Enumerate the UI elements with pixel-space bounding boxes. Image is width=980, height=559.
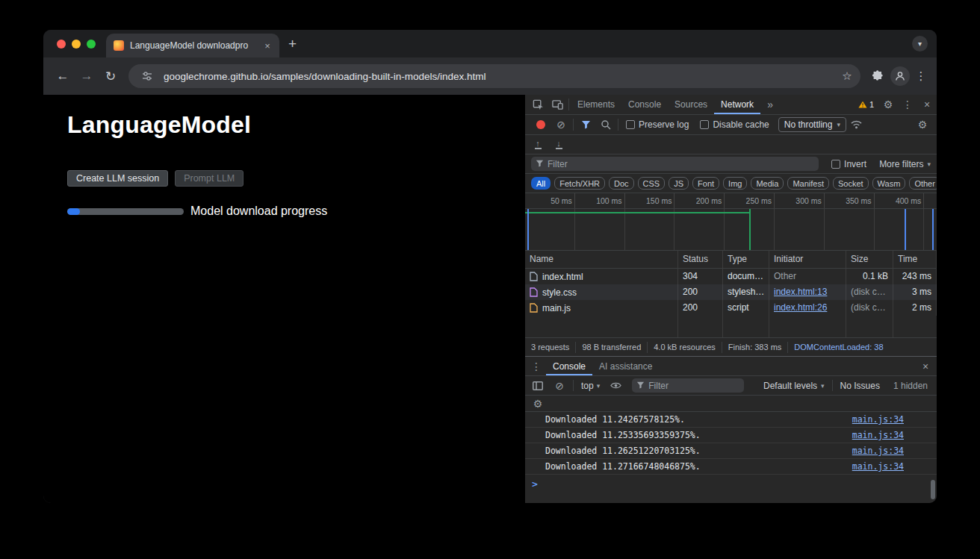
network-filter-field[interactable] (531, 157, 819, 171)
initiator-link[interactable]: index.html:13 (774, 287, 827, 297)
network-settings-icon[interactable]: ⚙ (913, 115, 932, 134)
device-toolbar-icon[interactable] (548, 95, 567, 114)
chip-wasm[interactable]: Wasm (872, 177, 906, 190)
network-request-row[interactable]: index.html 304 docum… Other 0.1 kB 243 m… (525, 269, 937, 284)
chip-css[interactable]: CSS (638, 177, 666, 190)
chip-all[interactable]: All (531, 177, 551, 190)
source-link[interactable]: main.js:34 (852, 430, 904, 440)
eye-icon[interactable] (606, 376, 625, 395)
warning-badge[interactable]: 1 (854, 100, 878, 109)
timeline-overview[interactable] (525, 209, 937, 250)
finish-time: Finish: 383 ms (722, 342, 789, 353)
progress-fill (67, 208, 80, 215)
profile-avatar-icon[interactable] (890, 66, 910, 86)
browser-menu-icon[interactable]: ⋮ (913, 69, 929, 83)
context-selector[interactable]: top ▾ (577, 381, 604, 391)
network-conditions-icon[interactable] (847, 115, 866, 134)
prompt-llm-button[interactable]: Prompt LLM (175, 170, 244, 187)
network-request-row[interactable]: main.js 200 script index.html:26 (disk c… (525, 300, 937, 316)
source-link[interactable]: main.js:34 (852, 461, 904, 472)
more-tabs-icon[interactable]: » (760, 95, 780, 114)
extensions-icon[interactable] (868, 66, 887, 86)
console-filter-input[interactable] (648, 381, 739, 391)
console-sidebar-icon[interactable] (528, 376, 548, 395)
import-har-icon[interactable]: ↑ (531, 140, 545, 149)
refresh-button[interactable]: ↻ (100, 66, 121, 87)
tab-console[interactable]: Console (621, 95, 668, 114)
drawer-tab-console[interactable]: Console (546, 357, 592, 375)
chip-socket[interactable]: Socket (833, 177, 869, 190)
preserve-log-checkbox[interactable]: Preserve log (621, 119, 694, 130)
address-bar[interactable]: googlechrome.github.io/samples/downloadi… (128, 64, 860, 88)
disable-cache-checkbox[interactable]: Disable cache (695, 119, 774, 130)
site-settings-icon[interactable] (137, 66, 157, 86)
issues-status[interactable]: No Issues (837, 381, 883, 391)
chip-js[interactable]: JS (669, 177, 689, 190)
invert-checkbox[interactable]: Invert (826, 159, 872, 169)
zoom-window-button[interactable] (87, 40, 96, 49)
create-llm-session-button[interactable]: Create LLM session (67, 170, 168, 187)
tab-search-button[interactable]: ▾ (912, 36, 928, 51)
record-button[interactable] (536, 120, 545, 129)
tab-close-icon[interactable]: × (261, 40, 273, 51)
chip-fetch-xhr[interactable]: Fetch/XHR (554, 177, 605, 190)
timeline-tick: 50 ms (525, 193, 575, 208)
resources-size: 4.0 kB resources (648, 342, 722, 353)
source-link[interactable]: main.js:34 (852, 414, 904, 425)
more-filters-button[interactable]: More filters ▾ (879, 159, 931, 169)
devtools-menu-icon[interactable]: ⋮ (898, 95, 917, 114)
network-table-filler (525, 316, 937, 337)
clear-console-icon[interactable]: ⊘ (550, 376, 569, 395)
column-header-size[interactable]: Size (846, 251, 893, 268)
search-icon[interactable] (596, 115, 615, 134)
chip-other[interactable]: Other (909, 177, 937, 190)
devtools-settings-icon[interactable]: ⚙ (878, 95, 898, 114)
inspect-icon[interactable] (528, 95, 548, 114)
drawer-close-icon[interactable]: × (916, 357, 935, 375)
devtools-close-icon[interactable]: × (917, 95, 937, 114)
column-header-type[interactable]: Type (723, 251, 769, 268)
column-header-time[interactable]: Time (893, 251, 937, 268)
throttling-select[interactable]: No throttling ▾ (778, 117, 846, 132)
forward-button[interactable]: → (76, 66, 97, 87)
timeline-tick: 150 ms (625, 193, 675, 208)
chip-img[interactable]: Img (723, 177, 747, 190)
tab-title: LanguageModel downloadpro (130, 40, 255, 51)
tab-network[interactable]: Network (714, 95, 760, 114)
stylesheet-file-icon (530, 287, 538, 297)
console-filter-field[interactable] (632, 378, 744, 393)
new-tab-button[interactable]: + (288, 37, 297, 51)
column-header-status[interactable]: Status (678, 251, 723, 268)
tab-sources[interactable]: Sources (668, 95, 714, 114)
network-request-row[interactable]: style.css 200 stylesh… index.html:13 (di… (525, 284, 937, 300)
source-link[interactable]: main.js:34 (852, 446, 904, 456)
network-filter-input[interactable] (548, 159, 814, 169)
column-header-initiator[interactable]: Initiator (769, 251, 846, 268)
console-toolbar: ⊘ top ▾ (525, 376, 937, 396)
scrollbar-thumb[interactable] (931, 480, 935, 499)
chip-font[interactable]: Font (692, 177, 719, 190)
back-button[interactable]: ← (52, 66, 73, 87)
browser-window: LanguageModel downloadpro × + ▾ ← → ↻ go… (43, 30, 937, 503)
export-har-icon[interactable]: ↓ (552, 140, 565, 149)
chip-doc[interactable]: Doc (609, 177, 634, 190)
clear-network-icon[interactable]: ⊘ (551, 115, 571, 134)
log-levels-dropdown[interactable]: Default levels ▾ (760, 381, 828, 391)
console-settings-icon[interactable]: ⚙ (528, 396, 548, 411)
browser-tab[interactable]: LanguageModel downloadpro × (106, 34, 279, 57)
minimize-window-button[interactable] (72, 40, 81, 49)
close-window-button[interactable] (57, 40, 66, 49)
column-header-name[interactable]: Name (525, 251, 678, 268)
tab-elements[interactable]: Elements (571, 95, 621, 114)
initiator-link[interactable]: index.html:26 (774, 302, 827, 313)
request-type-chips: All Fetch/XHR Doc CSS JS Font Img Media … (525, 174, 937, 193)
filter-toggle-icon[interactable] (576, 115, 595, 134)
caret-down-icon: ▾ (597, 382, 601, 390)
drawer-menu-icon[interactable]: ⋮ (527, 357, 546, 375)
chip-media[interactable]: Media (751, 177, 784, 190)
console-prompt[interactable]: > (525, 475, 937, 493)
chip-manifest[interactable]: Manifest (787, 177, 829, 190)
drawer-tab-ai-assistance[interactable]: AI assistance (592, 357, 659, 375)
checkbox-box (700, 120, 709, 129)
bookmark-star-icon[interactable]: ☆ (838, 69, 856, 83)
